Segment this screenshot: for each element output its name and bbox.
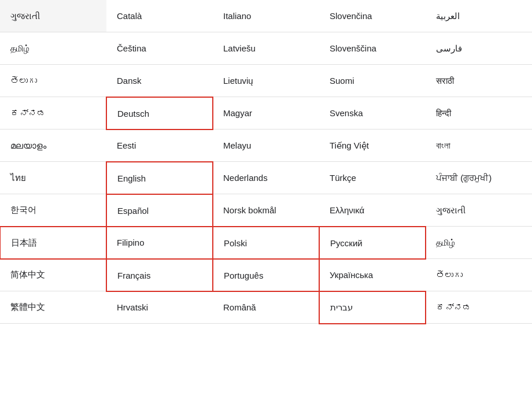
language-label: 한국어	[10, 205, 36, 216]
language-label: Italiano	[223, 11, 251, 21]
language-label: Українська	[330, 270, 373, 280]
language-label: 简体中文	[10, 269, 45, 280]
language-cell[interactable]: ಕನ್ನಡ	[0, 97, 106, 129]
language-cell[interactable]: Dansk	[106, 65, 213, 97]
language-label: Русский	[330, 238, 363, 248]
language-label: English	[117, 173, 146, 183]
language-label: Eesti	[117, 140, 136, 150]
language-cell[interactable]: Čeština	[106, 32, 213, 65]
language-cell[interactable]: Türkçe	[319, 162, 426, 194]
language-cell[interactable]: Deutsch	[106, 97, 213, 130]
language-label: Română	[223, 302, 256, 312]
language-label: ಕನ್ನಡ	[436, 302, 471, 312]
language-cell[interactable]: Русский	[319, 226, 426, 260]
language-cell[interactable]: Norsk bokmål	[213, 194, 319, 227]
language-cell[interactable]: Magyar	[213, 97, 319, 129]
language-cell[interactable]: ਪੰਜਾਬੀ (ਗੁਰਮੁਖੀ)	[426, 162, 532, 194]
language-cell[interactable]: Українська	[319, 259, 426, 291]
language-cell[interactable]: Tiếng Việt	[319, 129, 426, 162]
language-label: ગુજરાતી	[436, 205, 466, 216]
language-cell[interactable]: മലയാളം	[0, 129, 106, 162]
language-label: Português	[224, 271, 263, 280]
language-cell[interactable]: தமிழ்	[0, 32, 106, 65]
language-label: தமிழ்	[10, 43, 29, 54]
language-cell[interactable]: Melayu	[213, 129, 319, 162]
language-label: Türkçe	[330, 173, 356, 183]
language-label: Polski	[224, 238, 247, 248]
language-label: Español	[117, 206, 149, 216]
language-cell[interactable]: 简体中文	[0, 259, 106, 291]
language-cell[interactable]: ไทย	[0, 162, 106, 194]
language-label: Svenska	[330, 108, 363, 118]
language-label: Ελληνικά	[330, 205, 364, 215]
language-label: Suomi	[330, 76, 354, 86]
language-cell[interactable]: Italiano	[213, 0, 319, 32]
language-cell[interactable]: Español	[106, 194, 213, 227]
language-cell[interactable]: Ελληνικά	[319, 194, 426, 227]
language-label: Slovenčina	[330, 11, 372, 21]
language-label: Magyar	[223, 108, 252, 118]
language-label: Hrvatski	[117, 302, 148, 312]
language-label: മലയാളം	[10, 140, 46, 151]
language-cell[interactable]: Hrvatski	[106, 291, 213, 324]
language-cell[interactable]: Polski	[212, 226, 320, 260]
language-label: தமிழ்	[436, 238, 455, 248]
language-cell[interactable]: فارسی	[426, 32, 532, 65]
language-label: Nederlands	[223, 173, 268, 183]
language-label: తెలుగు	[436, 270, 463, 280]
language-label: Lietuvių	[223, 76, 253, 86]
language-label: తెలుగు	[10, 76, 37, 86]
language-cell[interactable]: বাংলা	[426, 129, 532, 162]
language-label: Melayu	[223, 140, 251, 150]
language-label: Français	[117, 271, 151, 280]
language-label: 繁體中文	[10, 302, 45, 313]
language-cell[interactable]: 繁體中文	[0, 291, 106, 324]
language-cell[interactable]: सराठी	[426, 65, 532, 97]
language-label: العربية	[436, 11, 460, 21]
language-label: Latviešu	[223, 43, 256, 53]
language-cell[interactable]: Slovenščina	[319, 32, 426, 65]
language-cell[interactable]: Français	[106, 258, 213, 292]
language-label: ਪੰਜਾਬੀ (ਗੁਰਮੁਖੀ)	[436, 173, 492, 183]
language-label: Dansk	[117, 76, 142, 86]
language-cell[interactable]: Lietuvių	[213, 65, 319, 97]
language-label: ગુજરાતી	[10, 11, 40, 21]
language-cell[interactable]: Nederlands	[213, 162, 319, 194]
language-cell[interactable]: ಕನ್ನಡ	[426, 291, 532, 324]
language-cell[interactable]: தமிழ்	[426, 227, 532, 259]
language-cell[interactable]: العربية	[426, 0, 532, 32]
language-label: Norsk bokmål	[223, 205, 276, 215]
language-cell[interactable]: Filipino	[106, 227, 213, 259]
language-cell[interactable]: Català	[106, 0, 213, 32]
language-label: 日本語	[11, 238, 37, 249]
language-label: ไทย	[10, 171, 26, 185]
language-cell[interactable]: Slovenčina	[319, 0, 426, 32]
language-cell[interactable]: Eesti	[106, 129, 213, 162]
language-cell[interactable]: తెలుగు	[0, 65, 106, 97]
language-label: فارسی	[436, 43, 462, 54]
language-cell[interactable]: हिन्दी	[426, 97, 532, 129]
language-cell[interactable]: Suomi	[319, 65, 426, 97]
language-grid: ગુજરાતીCatalàItalianoSlovenčinaالعربيةதம…	[0, 0, 532, 324]
language-cell[interactable]: 한국어	[0, 194, 106, 227]
language-label: सराठी	[436, 76, 454, 86]
language-label: Čeština	[117, 43, 146, 53]
language-label: Tiếng Việt	[330, 140, 369, 151]
language-cell[interactable]: ગુજરાતી	[426, 194, 532, 227]
language-label: Català	[117, 11, 142, 21]
language-cell[interactable]: Svenska	[319, 97, 426, 129]
language-cell[interactable]: 日本語	[0, 226, 107, 260]
language-cell[interactable]: English	[106, 161, 213, 195]
language-cell[interactable]: עברית	[319, 291, 426, 324]
language-label: Filipino	[117, 238, 145, 247]
language-cell[interactable]: Română	[213, 291, 319, 324]
language-cell[interactable]: Português	[212, 258, 320, 292]
language-cell[interactable]: తెలుగు	[426, 259, 532, 291]
language-cell[interactable]: Latviešu	[213, 32, 319, 65]
language-label: हिन्दी	[436, 108, 451, 119]
language-label: বাংলা	[436, 140, 450, 151]
language-cell[interactable]: ગુજરાતી	[0, 0, 106, 32]
language-label: Deutsch	[117, 109, 149, 119]
language-label: ಕನ್ನಡ	[10, 108, 46, 118]
language-label: עברית	[330, 302, 353, 313]
